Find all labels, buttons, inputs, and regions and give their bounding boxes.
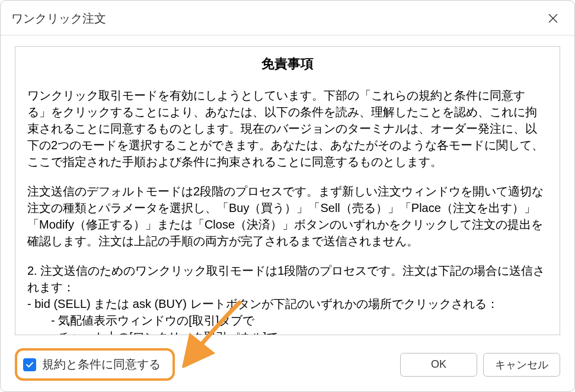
one-click-order-dialog: ワンクリック注文 免責事項 ワンクリック取引モードを有効にしようとしています。下… <box>0 0 575 392</box>
dialog-footer: 規約と条件に同意する OK キャンセル <box>1 340 574 391</box>
disclaimer-heading: 免責事項 <box>27 55 548 73</box>
disclaimer-quotes-line: - 気配値表示ウィンドウの[取引]タブで <box>27 312 548 329</box>
content-area: 免責事項 ワンクリック取引モードを有効にしようとしています。下部の「これらの規約… <box>1 36 574 340</box>
disclaimer-chart-line: - チャート上の[ワンクリック取引パネル]で <box>27 329 548 335</box>
close-button[interactable] <box>542 8 564 29</box>
agree-checkbox[interactable] <box>23 358 36 371</box>
disclaimer-paragraph-2: 注文送信のデフォルトモードは2段階のプロセスです。まず新しい注文ウィンドウを開い… <box>27 183 548 249</box>
disclaimer-scroll[interactable]: 免責事項 ワンクリック取引モードを有効にしようとしています。下部の「これらの規約… <box>15 46 560 335</box>
disclaimer-section2-intro: 2. 注文送信のためのワンクリック取引モードは1段階のプロセスです。注文は下記の… <box>27 262 548 295</box>
ok-button[interactable]: OK <box>400 353 477 377</box>
cancel-button-label: キャンセル <box>495 358 548 372</box>
agree-checkbox-highlight: 規約と条件に同意する <box>15 348 175 381</box>
check-icon <box>25 361 34 369</box>
titlebar: ワンクリック注文 <box>1 1 574 36</box>
disclaimer-paragraph-1: ワンクリック取引モードを有効にしようとしています。下部の「これらの規約と条件に同… <box>27 87 548 170</box>
disclaimer-bid-ask-line: - bid (SELL) または ask (BUY) レートボタンが下記のいずれ… <box>27 295 548 312</box>
dialog-title: ワンクリック注文 <box>11 11 106 27</box>
button-group: OK キャンセル <box>400 353 560 377</box>
close-icon <box>548 14 558 23</box>
ok-button-label: OK <box>431 358 446 371</box>
agree-checkbox-label: 規約と条件に同意する <box>42 356 161 372</box>
cancel-button[interactable]: キャンセル <box>483 353 560 377</box>
